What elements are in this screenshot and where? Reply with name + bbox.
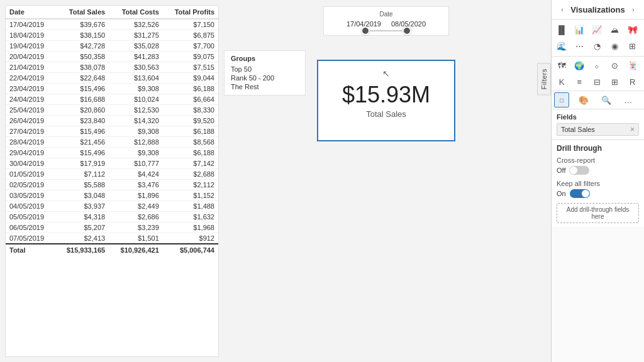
table-cell-3: $8,568 — [163, 137, 218, 148]
viz-icon-area[interactable]: ⛰ — [608, 22, 623, 37]
table-cell-2: $1,501 — [109, 233, 163, 244]
table-cell-3: $6,875 — [163, 30, 218, 41]
table-cell-1: $42,728 — [55, 41, 109, 52]
table-cell-3: $8,330 — [163, 105, 218, 116]
table-cell-1: $15,496 — [55, 126, 109, 137]
table-cell-1: $23,840 — [55, 116, 109, 126]
table-cell-1: $16,688 — [55, 94, 109, 105]
keep-filters-subsection: Keep all filters On — [557, 180, 639, 198]
footer-total-sales: $15,933,165 — [55, 244, 109, 256]
table-cell-2: $12,530 — [109, 105, 163, 116]
table-row: 06/05/2019$5,207$3,239$1,968 — [6, 222, 218, 233]
keep-filters-toggle-row: On — [557, 189, 639, 198]
table-cell-1: $5,588 — [55, 180, 109, 190]
table-cell-0: 30/04/2019 — [6, 158, 55, 169]
drillthrough-section: Drill through Cross-report Off Keep all … — [552, 140, 644, 227]
keep-filters-toggle[interactable] — [570, 189, 590, 198]
table-row: 26/04/2019$23,840$14,320$9,520 — [6, 116, 218, 126]
expand-arrow-right[interactable]: › — [628, 4, 639, 15]
viz-icon-gauge[interactable]: ⊙ — [608, 58, 623, 73]
table-cell-0: 07/05/2019 — [6, 233, 55, 244]
viz-icon-matrix[interactable]: ⊞ — [608, 74, 623, 89]
slider-handle-right[interactable] — [402, 26, 411, 35]
table-cell-0: 24/04/2019 — [6, 94, 55, 105]
data-table-panel: Date Total Sales Total Costs Total Profi… — [5, 5, 219, 357]
field-total-sales-text: Total Sales — [561, 126, 595, 133]
field-total-sales-remove[interactable]: × — [630, 125, 635, 134]
center-panel: Date 17/04/2019 08/05/2020 — [221, 0, 551, 362]
keep-filters-label: Keep all filters — [557, 180, 639, 187]
table-scroll-area[interactable]: Date Total Sales Total Costs Total Profi… — [6, 6, 218, 356]
table-row: 22/04/2019$22,648$13,604$9,044 — [6, 73, 218, 84]
viz-icon-waterfall[interactable]: 🌊 — [554, 38, 569, 53]
viz-icon-table[interactable]: ⊟ — [589, 74, 604, 89]
table-cell-2: $12,888 — [109, 137, 163, 148]
viz-icon-pie[interactable]: ◔ — [589, 38, 604, 53]
table-row: 21/04/2019$38,078$30,563$7,515 — [6, 62, 218, 73]
viz-icon-line[interactable]: 📈 — [589, 22, 604, 37]
table-cell-0: 05/05/2019 — [6, 212, 55, 222]
table-cell-3: $7,142 — [163, 158, 218, 169]
col-total-costs: Total Costs — [109, 6, 163, 19]
viz-icon-r-visual[interactable]: R — [625, 74, 640, 89]
table-cell-0: 19/04/2019 — [6, 41, 55, 52]
viz-icon-card[interactable]: 🃏 — [625, 58, 640, 73]
viz-icon-ribbon[interactable]: 🎀 — [625, 22, 640, 37]
table-cell-3: $6,188 — [163, 126, 218, 137]
cross-report-toggle[interactable] — [569, 166, 589, 175]
table-cell-0: 27/04/2019 — [6, 126, 55, 137]
viz-panel-scroll[interactable]: ▐▌ 📊 📈 ⛰ 🎀 🌊 ⋯ ◔ ◉ ⊞ 🗺 🌍 ⬦ ⊙ — [552, 19, 644, 362]
table-cell-3: $2,112 — [163, 180, 218, 190]
table-cell-3: $2,688 — [163, 169, 218, 180]
table-cell-1: $39,676 — [55, 19, 109, 30]
viz-icon-analytics[interactable]: 🔍 — [599, 92, 614, 107]
viz-icon-bar[interactable]: ▐▌ — [554, 22, 569, 37]
slider-handle-left[interactable] — [361, 26, 370, 35]
keep-filters-thumb — [582, 190, 589, 197]
date-filter-widget: Date 17/04/2019 08/05/2020 — [323, 6, 449, 36]
col-total-sales: Total Sales — [55, 6, 109, 19]
table-cell-0: 21/04/2019 — [6, 62, 55, 73]
table-row: 07/05/2019$2,413$1,501$912 — [6, 233, 218, 244]
table-cell-1: $5,207 — [55, 222, 109, 233]
group-item-2: Rank 50 - 200 — [231, 74, 299, 82]
viz-icon-column[interactable]: 📊 — [572, 22, 587, 37]
viz-icons-row2: 🗺 🌍 ⬦ ⊙ 🃏 K ≡ ⊟ ⊞ R — [552, 57, 644, 91]
table-cell-2: $30,563 — [109, 62, 163, 73]
table-row: 17/04/2019$39,676$32,526$7,150 — [6, 19, 218, 30]
table-cell-3: $9,075 — [163, 52, 218, 62]
table-cell-0: 25/04/2019 — [6, 105, 55, 116]
table-cell-1: $2,413 — [55, 233, 109, 244]
table-cell-1: $38,078 — [55, 62, 109, 73]
viz-icon-treemap[interactable]: ⊞ — [625, 38, 640, 53]
viz-icon-map[interactable]: 🗺 — [554, 58, 569, 73]
main-content-area: Date 17/04/2019 08/05/2020 — [221, 0, 644, 362]
table-row: 30/04/2019$17,919$10,777$7,142 — [6, 158, 218, 169]
filters-tab[interactable]: Filters — [537, 63, 551, 95]
viz-icon-slicer[interactable]: ≡ — [572, 74, 587, 89]
table-cell-0: 04/05/2019 — [6, 201, 55, 212]
viz-icon-format[interactable]: 🎨 — [576, 92, 591, 107]
table-row: 25/04/2019$20,860$12,530$8,330 — [6, 105, 218, 116]
viz-icon-funnel[interactable]: ⬦ — [589, 58, 604, 73]
date-filter-label: Date — [379, 11, 392, 18]
table-row: 18/04/2019$38,150$31,275$6,875 — [6, 30, 218, 41]
table-cell-0: 17/04/2019 — [6, 19, 55, 30]
add-drillthrough-fields-btn[interactable]: Add drill-through fields here — [557, 203, 639, 223]
viz-icon-scatter[interactable]: ⋯ — [572, 38, 587, 53]
viz-icon-card-active[interactable]: □ — [554, 92, 569, 107]
table-row: 27/04/2019$15,496$9,308$6,188 — [6, 126, 218, 137]
viz-icon-filled-map[interactable]: 🌍 — [572, 58, 587, 73]
table-cell-0: 23/04/2019 — [6, 84, 55, 94]
viz-icon-more[interactable]: … — [621, 92, 636, 107]
table-cell-1: $22,648 — [55, 73, 109, 84]
collapse-arrow-left[interactable]: ‹ — [557, 4, 568, 15]
table-cell-0: 01/05/2019 — [6, 169, 55, 180]
table-row: 02/05/2019$5,588$3,476$2,112 — [6, 180, 218, 190]
date-slider[interactable] — [361, 30, 411, 31]
cross-report-state: Off — [557, 167, 565, 174]
viz-icon-kpi[interactable]: K — [554, 74, 569, 89]
drillthrough-title: Drill through — [557, 144, 639, 153]
groups-title: Groups — [231, 55, 299, 62]
viz-icon-donut[interactable]: ◉ — [608, 38, 623, 53]
